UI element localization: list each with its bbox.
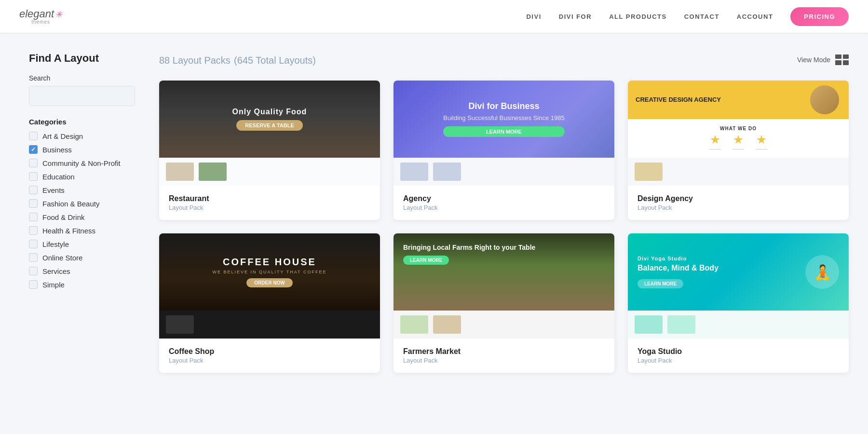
card-name-yoga: Yoga Studio <box>637 347 839 356</box>
restaurant-bottom-preview <box>159 158 380 186</box>
category-item-simple[interactable]: Simple <box>29 280 135 289</box>
farmers-text: Bringing Local Farms Right to your Table <box>403 243 535 253</box>
yoga-bottom-preview <box>628 311 849 339</box>
card-name-agency: Agency <box>403 194 605 203</box>
checkbox-simple[interactable] <box>29 280 38 289</box>
yoga-btn: LEARN MORE <box>637 279 683 288</box>
category-item-lifestyle[interactable]: Lifestyle <box>29 240 135 248</box>
farmers-btn: LEARN MORE <box>403 256 449 265</box>
yoga-title: Balance, Mind & Body <box>637 263 798 273</box>
total-layouts-text: (645 Total Layouts) <box>234 55 316 66</box>
card-type-farmers: Layout Pack <box>403 357 605 364</box>
logo-star: ✳ <box>55 10 62 19</box>
nav-link-account[interactable]: ACCOUNT <box>737 13 773 20</box>
checkbox-services[interactable] <box>29 267 38 275</box>
card-name-design-agency: Design Agency <box>637 194 839 203</box>
checkbox-fashion[interactable] <box>29 199 38 208</box>
yoga-mini-2 <box>667 315 695 334</box>
design-icon-1: ——— <box>709 135 721 151</box>
design-icon-2: ——— <box>732 135 744 151</box>
checkbox-food[interactable] <box>29 213 38 221</box>
card-type-agency: Layout Pack <box>403 204 605 211</box>
pricing-button[interactable]: PRICING <box>790 7 849 26</box>
card-coffee-shop[interactable]: COFFEE HOUSE WE BELIEVE IN QUALITY THAT … <box>159 233 380 373</box>
nav-link-contact[interactable]: CONTACT <box>684 13 719 20</box>
category-label-food: Food & Drink <box>42 213 85 221</box>
sidebar-title: Find A Layout <box>29 52 135 65</box>
restaurant-overlay-text: Only Quality Food <box>232 108 307 116</box>
checkbox-education[interactable] <box>29 172 38 181</box>
navigation: elegant✳ themes DIVI DIVI FOR ALL PRODUC… <box>0 0 868 33</box>
checkbox-online-store[interactable] <box>29 253 38 262</box>
checkbox-art-design[interactable] <box>29 132 38 140</box>
star-icon-2 <box>733 135 743 145</box>
design-bottom-preview <box>628 158 849 186</box>
card-thumb-restaurant: Only Quality Food RESERVE A TABLE <box>159 81 380 187</box>
category-item-art-design[interactable]: Art & Design <box>29 132 135 140</box>
coffee-bottom-preview <box>159 311 380 339</box>
search-input[interactable] <box>29 86 135 106</box>
design-icon-3: ——— <box>756 135 767 151</box>
category-item-business[interactable]: Business <box>29 145 135 154</box>
card-agency[interactable]: Divi for Business Building Successful Bu… <box>393 81 614 220</box>
category-label-fashion: Fashion & Beauty <box>42 200 99 208</box>
category-label-services: Services <box>42 267 70 275</box>
what-we-do-text: WHAT WE DO <box>720 126 757 131</box>
category-item-events[interactable]: Events <box>29 186 135 194</box>
checkbox-lifestyle[interactable] <box>29 240 38 248</box>
category-label-health: Health & Fitness <box>42 227 95 235</box>
checkbox-health[interactable] <box>29 226 38 235</box>
card-name-farmers: Farmers Market <box>403 347 605 356</box>
nav-link-divi[interactable]: DIVI <box>526 13 541 20</box>
card-restaurant[interactable]: Only Quality Food RESERVE A TABLE Restau… <box>159 81 380 220</box>
coffee-sub: WE BELIEVE IN QUALITY THAT COFFEE <box>213 270 327 274</box>
card-info-yoga: Yoga Studio Layout Pack <box>628 339 849 373</box>
category-list: Art & Design Business Community & Non-Pr… <box>29 132 135 289</box>
star-icon-3 <box>757 135 766 145</box>
card-thumb-agency: Divi for Business Building Successful Bu… <box>393 81 614 187</box>
category-item-community[interactable]: Community & Non-Profit <box>29 159 135 167</box>
category-item-food[interactable]: Food & Drink <box>29 213 135 221</box>
pack-count-text: 88 Layout Packs <box>159 55 231 66</box>
card-thumb-farmers: Bringing Local Farms Right to your Table… <box>393 233 614 339</box>
grid-view-icon[interactable] <box>835 54 849 65</box>
nav-links: DIVI DIVI FOR ALL PRODUCTS CONTACT ACCOU… <box>526 12 849 21</box>
agency-sub-text: Building Successful Businesses Since 198… <box>443 114 564 122</box>
card-farmers-market[interactable]: Bringing Local Farms Right to your Table… <box>393 233 614 373</box>
search-label: Search <box>29 74 135 82</box>
farmers-mini-1 <box>400 315 428 334</box>
card-design-agency[interactable]: CREATIVE DESIGN AGENCY WHAT WE DO ——— <box>628 81 849 220</box>
coffee-title: COFFEE HOUSE <box>223 257 316 268</box>
design-headline: CREATIVE DESIGN AGENCY <box>636 96 721 104</box>
category-item-education[interactable]: Education <box>29 172 135 181</box>
nav-link-divi-for[interactable]: DIVI FOR <box>559 13 592 20</box>
main-content: 88 Layout Packs (645 Total Layouts) View… <box>159 52 849 373</box>
category-label-education: Education <box>42 173 75 181</box>
card-info-design-agency: Design Agency Layout Pack <box>628 187 849 220</box>
layout-count: 88 Layout Packs (645 Total Layouts) <box>159 52 316 67</box>
farmers-mini-2 <box>433 315 461 334</box>
agency-btn: LEARN MORE <box>443 126 564 137</box>
yoga-mini-1 <box>635 315 663 334</box>
category-item-health[interactable]: Health & Fitness <box>29 226 135 235</box>
agency-big-text: Divi for Business <box>443 101 564 111</box>
category-item-services[interactable]: Services <box>29 267 135 275</box>
category-label-lifestyle: Lifestyle <box>42 240 69 248</box>
agency-mini-2 <box>433 163 461 181</box>
checkbox-business[interactable] <box>29 145 38 154</box>
card-info-restaurant: Restaurant Layout Pack <box>159 187 380 220</box>
category-label-art-design: Art & Design <box>42 132 83 140</box>
logo[interactable]: elegant✳ themes <box>19 9 62 25</box>
checkbox-events[interactable] <box>29 186 38 194</box>
category-label-simple: Simple <box>42 281 65 289</box>
category-label-events: Events <box>42 186 65 194</box>
category-item-online-store[interactable]: Online Store <box>29 253 135 262</box>
search-section: Search <box>29 74 135 106</box>
agency-mini-1 <box>400 163 428 181</box>
category-item-fashion[interactable]: Fashion & Beauty <box>29 199 135 208</box>
card-info-farmers: Farmers Market Layout Pack <box>393 339 614 373</box>
nav-link-all-products[interactable]: ALL PRODUCTS <box>609 13 667 20</box>
card-yoga-studio[interactable]: Divi Yoga Studio Balance, Mind & Body LE… <box>628 233 849 373</box>
card-name-coffee: Coffee Shop <box>169 347 370 356</box>
checkbox-community[interactable] <box>29 159 38 167</box>
